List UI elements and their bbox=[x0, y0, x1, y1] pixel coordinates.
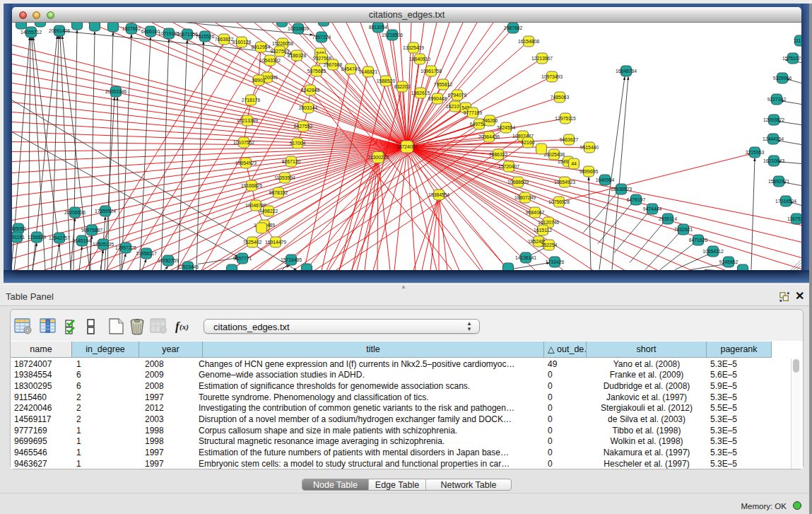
svg-text:2718176: 2718176 bbox=[242, 98, 261, 103]
svg-text:10543382: 10543382 bbox=[259, 58, 281, 63]
svg-text:12942757: 12942757 bbox=[49, 235, 70, 240]
svg-text:20364436: 20364436 bbox=[478, 134, 500, 139]
svg-text:391191: 391191 bbox=[12, 235, 25, 240]
svg-text:7955812: 7955812 bbox=[434, 82, 453, 87]
svg-text:8990448: 8990448 bbox=[428, 96, 447, 101]
svg-text:8813054: 8813054 bbox=[369, 25, 388, 30]
svg-text:19384554: 19384554 bbox=[428, 192, 449, 197]
svg-text:9146821: 9146821 bbox=[359, 69, 378, 74]
svg-text:9777169: 9777169 bbox=[464, 110, 483, 115]
svg-text:17957225: 17957225 bbox=[115, 245, 136, 250]
svg-text:1156829: 1156829 bbox=[28, 235, 46, 240]
svg-text:19166825: 19166825 bbox=[241, 183, 262, 188]
svg-text:1733426: 1733426 bbox=[546, 259, 565, 264]
svg-text:18724007: 18724007 bbox=[396, 144, 418, 149]
svg-text:7357224: 7357224 bbox=[312, 35, 331, 40]
svg-text:12444154: 12444154 bbox=[763, 136, 784, 141]
svg-text:1588520: 1588520 bbox=[377, 78, 396, 83]
svg-text:252254: 252254 bbox=[541, 243, 558, 247]
svg-text:3215953: 3215953 bbox=[746, 150, 765, 155]
svg-text:2967608: 2967608 bbox=[324, 62, 343, 67]
svg-text:14055712: 14055712 bbox=[20, 30, 42, 35]
svg-text:1167533: 1167533 bbox=[787, 216, 801, 221]
svg-text:16782759: 16782759 bbox=[158, 258, 179, 263]
svg-text:16210643: 16210643 bbox=[763, 158, 784, 163]
svg-text:9474444: 9474444 bbox=[643, 206, 662, 211]
svg-text:19654923: 19654923 bbox=[554, 180, 575, 185]
svg-text:13325419: 13325419 bbox=[403, 45, 424, 50]
svg-text:12093872: 12093872 bbox=[763, 117, 784, 122]
svg-text:12975115: 12975115 bbox=[555, 116, 576, 121]
svg-text:19654923: 19654923 bbox=[235, 160, 257, 165]
svg-text:2087682: 2087682 bbox=[504, 25, 523, 30]
svg-text:9463627: 9463627 bbox=[560, 137, 579, 142]
svg-text:15751074: 15751074 bbox=[782, 56, 801, 61]
svg-text:15692971: 15692971 bbox=[768, 179, 789, 184]
svg-text:90975887: 90975887 bbox=[81, 228, 102, 233]
svg-text:6794078: 6794078 bbox=[448, 93, 467, 98]
svg-text:9327503: 9327503 bbox=[271, 49, 290, 54]
svg-text:8186328: 8186328 bbox=[288, 53, 307, 58]
svg-text:10958117: 10958117 bbox=[136, 251, 157, 256]
svg-text:10107552: 10107552 bbox=[233, 140, 254, 145]
svg-text:20691406: 20691406 bbox=[49, 28, 70, 33]
svg-text:4498222: 4498222 bbox=[259, 209, 278, 214]
svg-text:7986322: 7986322 bbox=[489, 152, 508, 157]
svg-text:8427552: 8427552 bbox=[294, 124, 313, 129]
svg-text:18938923: 18938923 bbox=[611, 187, 632, 192]
svg-text:20206536: 20206536 bbox=[64, 210, 86, 215]
svg-text:2935114: 2935114 bbox=[659, 216, 677, 221]
svg-text:15718485: 15718485 bbox=[281, 257, 302, 262]
svg-text:10973493: 10973493 bbox=[541, 74, 563, 79]
svg-text:7485063: 7485063 bbox=[551, 95, 570, 100]
svg-text:15226058: 15226058 bbox=[272, 41, 293, 46]
svg-text:3824554: 3824554 bbox=[497, 125, 516, 130]
svg-text:19218506: 19218506 bbox=[382, 33, 403, 37]
svg-text:16033809: 16033809 bbox=[288, 26, 309, 31]
svg-text:1362615: 1362615 bbox=[411, 90, 430, 95]
svg-text:917004: 917004 bbox=[290, 141, 306, 146]
svg-text:7515526: 7515526 bbox=[196, 34, 215, 39]
svg-text:10961758: 10961758 bbox=[420, 69, 442, 74]
svg-text:20053346: 20053346 bbox=[105, 89, 126, 94]
svg-text:16648784: 16648784 bbox=[616, 69, 637, 74]
svg-text:12213389: 12213389 bbox=[237, 118, 258, 123]
svg-text:9515440: 9515440 bbox=[580, 145, 599, 150]
svg-text:5875685: 5875685 bbox=[307, 69, 326, 74]
svg-text:10654112: 10654112 bbox=[702, 249, 724, 254]
svg-text:1145194: 1145194 bbox=[73, 238, 91, 243]
svg-text:(x): (x) bbox=[180, 322, 189, 332]
svg-text:7625402: 7625402 bbox=[243, 240, 262, 245]
svg-text:18807249: 18807249 bbox=[514, 195, 536, 200]
svg-text:16671355: 16671355 bbox=[177, 32, 198, 37]
svg-text:8160128: 8160128 bbox=[233, 40, 252, 45]
svg-text:7632621: 7632621 bbox=[674, 227, 693, 232]
svg-text:1527602: 1527602 bbox=[122, 26, 141, 31]
svg-text:8878332: 8878332 bbox=[269, 190, 288, 195]
svg-text:98901: 98901 bbox=[252, 78, 266, 83]
svg-text:9245652: 9245652 bbox=[719, 259, 739, 264]
svg-text:11353594: 11353594 bbox=[274, 175, 295, 180]
svg-text:12213967: 12213967 bbox=[531, 56, 553, 61]
svg-text:9329966: 9329966 bbox=[773, 76, 792, 81]
svg-text:10756928: 10756928 bbox=[548, 199, 570, 204]
svg-text:10688609: 10688609 bbox=[507, 180, 529, 185]
svg-text:8454749: 8454749 bbox=[341, 66, 360, 71]
svg-text:8471626: 8471626 bbox=[689, 238, 708, 243]
svg-text:7663822: 7663822 bbox=[215, 37, 234, 42]
svg-text:746266: 746266 bbox=[482, 118, 498, 123]
svg-text:2803144: 2803144 bbox=[299, 105, 318, 110]
svg-text:16120746: 16120746 bbox=[538, 220, 559, 225]
svg-text:1615112: 1615112 bbox=[534, 228, 552, 233]
svg-text:6479197: 6479197 bbox=[627, 197, 646, 202]
svg-text:16154808: 16154808 bbox=[518, 39, 539, 44]
svg-text:17359924: 17359924 bbox=[95, 209, 116, 214]
svg-text:44: 44 bbox=[571, 161, 577, 166]
svg-text:9084067: 9084067 bbox=[526, 210, 545, 215]
svg-text:17016504: 17016504 bbox=[775, 199, 796, 204]
svg-text:12505135: 12505135 bbox=[93, 242, 114, 247]
svg-text:9227342: 9227342 bbox=[767, 97, 787, 102]
svg-text:16914479: 16914479 bbox=[265, 240, 286, 245]
svg-text:9242848: 9242848 bbox=[301, 88, 320, 93]
svg-text:12923445: 12923445 bbox=[177, 264, 199, 269]
